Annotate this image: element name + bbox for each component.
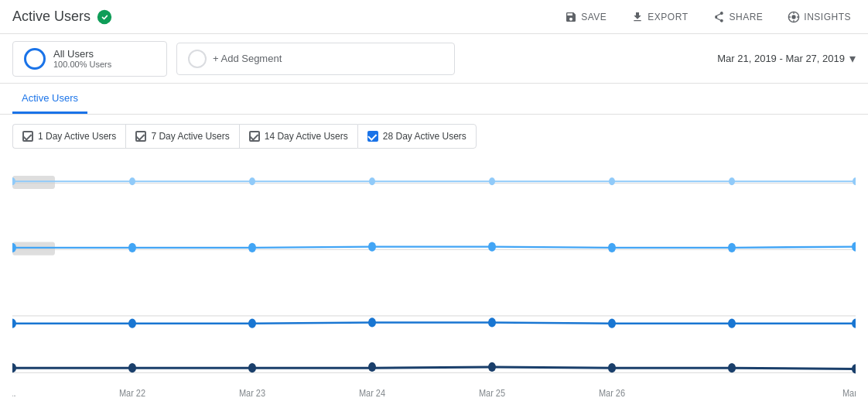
svg-point-35 xyxy=(249,177,255,185)
checkbox-14day xyxy=(249,131,260,142)
svg-point-21 xyxy=(488,317,496,327)
add-segment-circle-icon xyxy=(188,50,207,68)
date-range-label: Mar 21, 2019 - Mar 27, 2019 xyxy=(717,53,845,64)
tabs-bar: Active Users xyxy=(0,84,868,115)
svg-text:Mar 25: Mar 25 xyxy=(479,387,505,398)
svg-text:...: ... xyxy=(12,387,16,398)
export-icon xyxy=(631,11,644,23)
svg-point-15 xyxy=(728,363,736,372)
svg-point-23 xyxy=(728,319,736,328)
chart-area: ... Mar 22 Mar 23 Mar 24 Mar 25 Mar 26 M… xyxy=(0,155,868,398)
share-button[interactable]: SHARE xyxy=(708,8,767,26)
header: Active Users SAVE EXPORT SHARE INSIGHTS xyxy=(0,0,868,34)
add-segment-label: + Add Segment xyxy=(213,53,282,64)
segment-bar: All Users 100.00% Users + Add Segment Ma… xyxy=(0,34,868,84)
all-users-segment[interactable]: All Users 100.00% Users xyxy=(12,41,167,77)
save-icon xyxy=(565,11,577,23)
svg-point-36 xyxy=(369,177,375,185)
segment-circle-icon xyxy=(24,48,46,70)
svg-point-18 xyxy=(128,319,136,328)
svg-text:Mar 27: Mar 27 xyxy=(842,387,856,398)
svg-point-14 xyxy=(608,363,616,372)
legend-14day[interactable]: 14 Day Active Users xyxy=(239,124,357,149)
svg-point-9 xyxy=(12,363,16,372)
svg-point-0 xyxy=(97,9,111,23)
svg-point-19 xyxy=(248,319,256,328)
svg-point-17 xyxy=(12,319,16,328)
svg-point-34 xyxy=(129,177,135,185)
verified-icon xyxy=(97,9,112,25)
svg-point-29 xyxy=(488,242,496,252)
svg-point-39 xyxy=(729,177,735,185)
svg-point-10 xyxy=(128,363,136,372)
svg-point-13 xyxy=(488,362,496,372)
svg-point-28 xyxy=(368,242,376,252)
tab-active-users[interactable]: Active Users xyxy=(12,84,87,114)
checkbox-7day xyxy=(135,131,146,142)
checkbox-28day xyxy=(367,131,378,142)
legend-7day-label: 7 Day Active Users xyxy=(151,131,229,142)
segment-percentage: 100.00% Users xyxy=(53,60,111,69)
legend-1day-label: 1 Day Active Users xyxy=(38,131,116,142)
svg-point-22 xyxy=(608,319,616,328)
svg-point-31 xyxy=(728,243,736,252)
chevron-down-icon: ▾ xyxy=(849,51,856,66)
svg-point-12 xyxy=(368,362,376,372)
svg-point-27 xyxy=(248,243,256,252)
svg-text:Mar 24: Mar 24 xyxy=(359,387,385,398)
svg-point-20 xyxy=(368,317,376,327)
svg-point-11 xyxy=(248,363,256,372)
svg-point-37 xyxy=(489,177,495,185)
segment-info: All Users 100.00% Users xyxy=(53,48,111,69)
svg-point-2 xyxy=(792,15,796,19)
legend-14day-label: 14 Day Active Users xyxy=(265,131,348,142)
svg-point-26 xyxy=(128,243,136,252)
page-title: Active Users xyxy=(12,9,91,25)
insights-button[interactable]: INSIGHTS xyxy=(783,8,856,26)
header-actions: SAVE EXPORT SHARE INSIGHTS xyxy=(560,8,856,26)
svg-text:Mar 22: Mar 22 xyxy=(119,387,145,398)
svg-point-24 xyxy=(852,319,856,328)
chart-svg: ... Mar 22 Mar 23 Mar 24 Mar 25 Mar 26 M… xyxy=(12,155,856,398)
svg-point-16 xyxy=(852,364,856,373)
date-range-picker[interactable]: Mar 21, 2019 - Mar 27, 2019 ▾ xyxy=(717,51,856,66)
export-button[interactable]: EXPORT xyxy=(627,8,692,26)
svg-text:Mar 26: Mar 26 xyxy=(599,387,625,398)
svg-point-30 xyxy=(608,243,616,252)
save-button[interactable]: SAVE xyxy=(560,8,611,26)
header-left: Active Users xyxy=(12,9,112,25)
segment-name: All Users xyxy=(53,48,111,60)
checkbox-1day xyxy=(22,131,33,142)
svg-rect-7 xyxy=(12,176,55,189)
legend-row: 1 Day Active Users 7 Day Active Users 14… xyxy=(0,115,868,155)
legend-7day[interactable]: 7 Day Active Users xyxy=(125,124,238,149)
share-icon xyxy=(713,11,725,23)
svg-point-40 xyxy=(853,177,856,185)
svg-point-38 xyxy=(609,177,615,185)
legend-1day[interactable]: 1 Day Active Users xyxy=(12,124,125,149)
legend-28day[interactable]: 28 Day Active Users xyxy=(357,124,477,149)
add-segment-button[interactable]: + Add Segment xyxy=(176,43,455,75)
svg-text:Mar 23: Mar 23 xyxy=(239,387,265,398)
insights-icon xyxy=(788,11,800,23)
legend-28day-label: 28 Day Active Users xyxy=(383,131,466,142)
